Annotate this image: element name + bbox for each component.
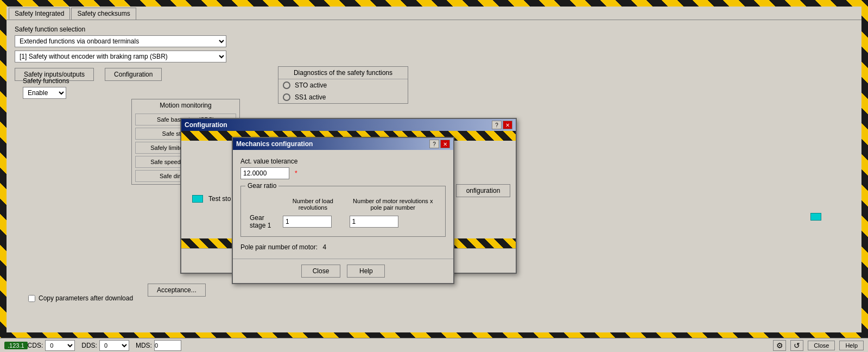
- tab-safety-integrated[interactable]: Safety Integrated: [9, 8, 70, 20]
- safety-function-selection-label: Safety function selection: [15, 26, 853, 33]
- gear-table: Number of load revolutions Number of mot…: [246, 196, 440, 231]
- gear-stage-label: Gear stage 1: [246, 212, 280, 231]
- mechanics-window: Mechanics configuration ? ✕ Act. value t…: [232, 137, 454, 284]
- pole-pair-label: Pole pair number of motor:: [240, 243, 318, 251]
- config-titlebar: Configuration ? ✕: [181, 119, 516, 131]
- ss1-indicator: [283, 93, 290, 101]
- copy-params-checkbox[interactable]: [28, 295, 35, 302]
- cyan-right-indicator: [810, 213, 823, 221]
- inner-configuration-button[interactable]: onfiguration: [456, 184, 510, 197]
- tab-bar: Safety Integrated Safety checksums: [7, 7, 861, 20]
- configuration-button[interactable]: Configuration: [105, 68, 162, 81]
- main-button-row: Safety inputs/outputs Configuration: [15, 68, 853, 81]
- mechanics-help-button[interactable]: ?: [429, 140, 439, 148]
- dds-label: DDS:: [81, 342, 97, 349]
- mds-input[interactable]: [154, 340, 181, 351]
- extended-functions-select[interactable]: Extended functions via onboard terminals: [15, 35, 226, 47]
- config-help-button[interactable]: ?: [492, 121, 502, 129]
- sto-indicator: [283, 81, 290, 89]
- dds-select[interactable]: 0: [99, 340, 129, 351]
- status-help-button[interactable]: Help: [839, 341, 864, 350]
- cds-label: CDS:: [28, 342, 43, 349]
- mechanics-footer: Close Help: [233, 259, 453, 283]
- tab-safety-checksums[interactable]: Safety checksums: [71, 8, 136, 20]
- safety-functions-select[interactable]: Enable: [23, 87, 66, 99]
- act-value-tolerance-label: Act. value tolerance: [240, 158, 446, 165]
- copy-params-label: Copy parameters after download: [39, 294, 133, 302]
- gear-load-rev-cell: [280, 212, 346, 231]
- mds-label: MDS:: [136, 342, 152, 349]
- mechanics-close-button[interactable]: Close: [301, 265, 341, 278]
- status-badge: .123.1: [4, 342, 28, 349]
- gear-icon-button[interactable]: ⚙: [773, 340, 786, 351]
- mechanics-titlebar-buttons: ? ✕: [429, 140, 450, 148]
- act-value-tolerance-row: *: [240, 167, 446, 179]
- status-bar: .123.1 CDS: 0 DDS: 0 MDS: ⚙ ↺ Close Help: [0, 338, 868, 352]
- ss1-label: SS1 active: [295, 93, 326, 101]
- gear-motor-rev-cell: [346, 212, 440, 231]
- cds-item: CDS: 0: [28, 340, 75, 351]
- gear-motor-rev-input[interactable]: [350, 216, 398, 228]
- safety-functions-label: Safety functions: [23, 77, 69, 85]
- config-close-x-button[interactable]: ✕: [503, 121, 512, 129]
- config-title: Configuration: [185, 121, 227, 129]
- config-titlebar-buttons: ? ✕: [492, 121, 512, 129]
- mechanics-body: Act. value tolerance * Gear ratio Number…: [233, 150, 453, 259]
- status-close-button[interactable]: Close: [808, 341, 835, 350]
- gear-col-0: [246, 196, 280, 212]
- gear-row-1: Gear stage 1: [246, 212, 440, 231]
- safety-functions-area: Safety functions Enable: [23, 77, 69, 99]
- gear-ratio-group: Gear ratio Number of load revolutions Nu…: [240, 186, 446, 237]
- test-stop-inner-text: Test sto: [208, 195, 231, 203]
- cyan-indicator-right: [810, 213, 821, 221]
- asterisk-mark: *: [295, 169, 297, 177]
- mechanics-title: Mechanics configuration: [236, 140, 313, 148]
- mds-item: MDS:: [136, 340, 181, 351]
- cds-select[interactable]: 0: [45, 340, 75, 351]
- dropdown-row-2: [1] Safety without encoder with braking …: [15, 51, 853, 62]
- gear-ratio-legend: Gear ratio: [245, 182, 278, 190]
- dropdown-row-1: Extended functions via onboard terminals: [15, 35, 853, 47]
- act-value-tolerance-input[interactable]: [240, 167, 289, 179]
- accept-button-area: Acceptance...: [148, 284, 206, 297]
- mechanics-close-x-button[interactable]: ✕: [440, 140, 450, 148]
- cyan-indicator-inner-left: [192, 195, 203, 203]
- accept-button[interactable]: Acceptance...: [148, 284, 206, 297]
- diagnostics-title: Diagnostics of the safety functions: [278, 67, 408, 79]
- gear-col-motor: Number of motor revolutions x pole pair …: [346, 196, 440, 212]
- copy-params-area: Copy parameters after download: [28, 294, 133, 302]
- page-area: Safety function selection Extended funct…: [7, 20, 861, 92]
- diag-item-ss1: SS1 active: [278, 91, 408, 103]
- diagnostics-panel: Diagnostics of the safety functions STO …: [278, 66, 408, 104]
- status-right: ⚙ ↺ Close Help: [773, 340, 864, 351]
- motion-monitoring-title: Motion monitoring: [132, 99, 239, 111]
- diag-item-sto: STO active: [278, 79, 408, 91]
- sto-label: STO active: [295, 81, 327, 89]
- pole-pair-row: Pole pair number of motor: 4: [240, 243, 446, 251]
- main-content: Safety Integrated Safety checksums Safet…: [7, 7, 861, 332]
- safety-without-encoder-select[interactable]: [1] Safety without encoder with braking …: [15, 51, 226, 62]
- gear-load-rev-input[interactable]: [283, 216, 332, 228]
- refresh-icon-button[interactable]: ↺: [790, 340, 803, 351]
- dds-item: DDS: 0: [81, 340, 129, 351]
- gear-col-load: Number of load revolutions: [280, 196, 346, 212]
- mechanics-help-footer-button[interactable]: Help: [347, 265, 385, 278]
- mechanics-titlebar: Mechanics configuration ? ✕: [233, 138, 453, 150]
- pole-pair-value: 4: [322, 243, 326, 251]
